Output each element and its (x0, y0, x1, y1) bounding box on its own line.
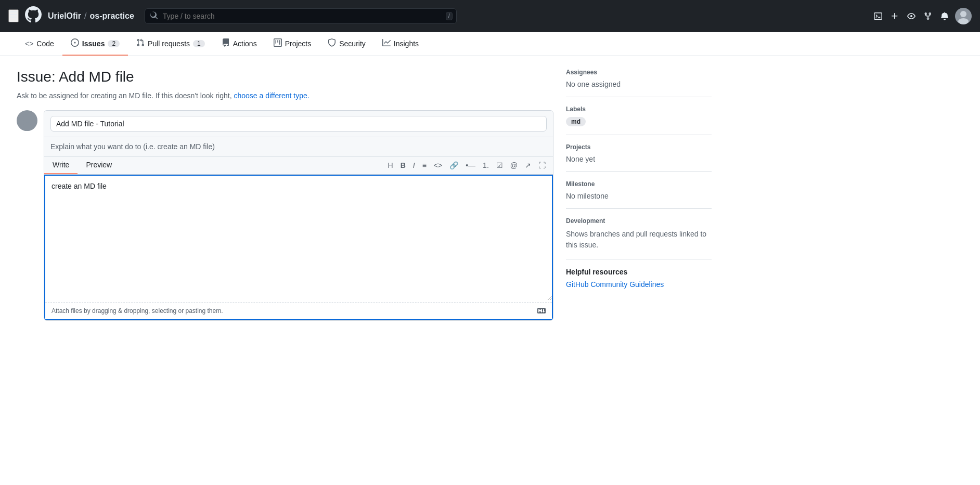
tab-actions-label: Actions (233, 40, 257, 48)
insights-icon (382, 38, 391, 48)
search-icon (150, 11, 158, 21)
svg-point-3 (20, 124, 34, 131)
tab-projects[interactable]: Projects (265, 32, 320, 56)
app-header: UrielOfir / os-practice / (0, 0, 980, 32)
md-badge (537, 307, 546, 315)
sidebar-milestone: Milestone No milestone (566, 172, 712, 209)
svg-point-1 (958, 18, 969, 24)
projects-icon (274, 38, 282, 48)
toolbar-reference[interactable]: ↗ (522, 159, 534, 172)
title-input-area (44, 111, 553, 137)
sidebar-assignees: Assignees No one assigned (566, 69, 712, 97)
avatar[interactable] (955, 8, 972, 24)
pull-requests-badge: 1 (193, 40, 205, 47)
assignees-title: Assignees (566, 69, 712, 76)
breadcrumb: UrielOfir / os-practice (48, 11, 134, 21)
toolbar-italic[interactable]: I (410, 159, 418, 172)
header-actions (872, 8, 972, 24)
toolbar-bold[interactable]: B (397, 159, 409, 172)
attach-text: Attach files by dragging & dropping, sel… (51, 307, 223, 314)
tab-issues[interactable]: Issues 2 (62, 32, 128, 56)
write-tab[interactable]: Write (44, 156, 78, 174)
sidebar-labels: Labels md (566, 97, 712, 135)
subtitle-text: Ask to be assigned for creating an MD fi… (17, 91, 232, 100)
tab-code[interactable]: <> Code (17, 33, 62, 55)
projects-value: None yet (566, 155, 712, 163)
sidebar: Assignees No one assigned Labels md Proj… (566, 69, 712, 321)
comment-row: Explain what you want do to (i.e. create… (17, 110, 553, 321)
search-bar: / (145, 8, 457, 24)
helpful-resources-title: Helpful resources (566, 268, 712, 276)
sidebar-projects: Projects None yet (566, 135, 712, 172)
pull-request-icon (136, 38, 145, 48)
svg-point-2 (23, 114, 31, 123)
github-logo[interactable] (25, 6, 42, 26)
terminal-button[interactable] (872, 10, 884, 22)
breadcrumb-user[interactable]: UrielOfir (48, 11, 81, 21)
main-content: Issue: Add MD file Ask to be assigned fo… (0, 56, 728, 333)
repo-nav: <> Code Issues 2 Pull requests 1 Actions… (0, 32, 980, 56)
security-icon (328, 38, 336, 48)
assignees-value: No one assigned (566, 80, 712, 88)
sidebar-helpful-resources: Helpful resources GitHub Community Guide… (566, 259, 712, 297)
tab-code-label: Code (36, 40, 54, 48)
issues-badge: 2 (108, 40, 120, 47)
description-label: Explain what you want do to (i.e. create… (44, 137, 553, 156)
tab-pull-requests-label: Pull requests (148, 40, 190, 48)
development-desc: Shows branches and pull requests linked … (566, 229, 712, 251)
content-area: Issue: Add MD file Ask to be assigned fo… (17, 69, 553, 321)
sidebar-development: Development Shows branches and pull requ… (566, 209, 712, 259)
tab-actions[interactable]: Actions (213, 32, 265, 56)
toolbar-ordered-list[interactable]: 1. (480, 159, 492, 172)
user-avatar[interactable] (17, 110, 37, 131)
tab-issues-label: Issues (82, 40, 105, 48)
subtitle-link[interactable]: choose a different type. (234, 91, 309, 100)
new-item-button[interactable] (888, 10, 901, 22)
fork-button[interactable] (922, 10, 934, 22)
editor-tabs: Write Preview (44, 156, 120, 174)
editor-content: create an MD file Attach files by draggi… (44, 175, 553, 320)
issue-subtitle: Ask to be assigned for creating an MD fi… (17, 91, 553, 100)
svg-point-0 (960, 11, 966, 17)
labels-title: Labels (566, 106, 712, 113)
issue-title-input[interactable] (50, 116, 547, 132)
breadcrumb-separator: / (84, 11, 86, 21)
toolbar-mention[interactable]: @ (507, 159, 521, 172)
toolbar-unordered-list[interactable]: •— (462, 159, 479, 172)
preview-tab[interactable]: Preview (78, 156, 120, 174)
toolbar-code[interactable]: <> (431, 159, 445, 172)
toolbar-list[interactable]: ≡ (419, 159, 430, 172)
hamburger-button[interactable] (8, 9, 19, 22)
toolbar-task-list[interactable]: ☑ (493, 159, 506, 172)
comment-box: Explain what you want do to (i.e. create… (44, 110, 553, 321)
milestone-title: Milestone (566, 180, 712, 188)
notifications-button[interactable] (938, 10, 951, 22)
development-title: Development (566, 217, 712, 225)
editor-textarea[interactable]: create an MD file (45, 176, 552, 300)
breadcrumb-repo[interactable]: os-practice (89, 11, 134, 21)
search-kbd-hint: / (446, 12, 453, 20)
toolbar-heading[interactable]: H (385, 159, 396, 172)
actions-icon (222, 38, 230, 48)
tab-insights[interactable]: Insights (374, 32, 427, 56)
tab-pull-requests[interactable]: Pull requests 1 (128, 32, 213, 56)
milestone-value: No milestone (566, 192, 712, 200)
projects-title: Projects (566, 143, 712, 151)
toolbar-fullscreen[interactable]: ⛶ (535, 159, 549, 172)
editor-footer: Attach files by dragging & dropping, sel… (45, 302, 552, 319)
tab-security-label: Security (339, 40, 366, 48)
tab-insights-label: Insights (394, 40, 419, 48)
label-badge[interactable]: md (566, 117, 586, 126)
search-input[interactable] (145, 8, 457, 24)
tab-projects-label: Projects (285, 40, 312, 48)
watch-button[interactable] (905, 10, 918, 22)
editor-tab-row: Write Preview H B I ≡ <> 🔗 •— 1. ☑ @ (44, 156, 553, 175)
helpful-link[interactable]: GitHub Community Guidelines (566, 280, 664, 289)
toolbar-icons: H B I ≡ <> 🔗 •— 1. ☑ @ ↗ ⛶ (381, 156, 553, 174)
toolbar-link[interactable]: 🔗 (446, 159, 461, 172)
tab-security[interactable]: Security (319, 32, 374, 56)
code-icon: <> (25, 40, 33, 48)
issue-title: Issue: Add MD file (17, 69, 553, 85)
issues-icon (71, 38, 79, 48)
